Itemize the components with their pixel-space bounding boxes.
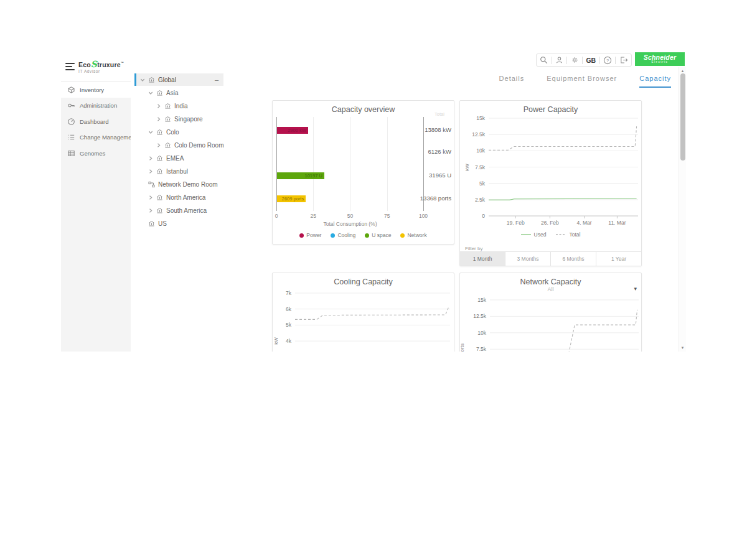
header-iconbar: GB? [536,54,632,67]
logout-icon[interactable] [619,56,628,64]
location-icon [156,129,163,136]
tab-details[interactable]: Details [499,75,525,88]
sidebar-item-genomes[interactable]: Genomes [61,146,131,161]
tree-item-colo[interactable]: Colo [134,126,223,138]
filter-3-months-button[interactable]: 3 Months [505,252,551,266]
svg-text:15k: 15k [477,297,486,303]
collapse-node-button[interactable]: – [215,77,218,83]
chevron-collapsed-icon[interactable] [156,103,164,109]
tree-item-label: Network Demo Room [158,181,218,188]
brand-s-glyph: S [91,59,97,69]
vertical-scrollbar: ▲ ▼ [679,67,686,352]
hamburger-menu-icon[interactable] [65,63,75,70]
chevron-collapsed-icon[interactable] [148,169,156,174]
legend-item-cooling: Cooling [331,232,355,238]
svg-text:12.5k: 12.5k [472,131,486,138]
svg-text:26. Feb: 26. Feb [541,220,559,226]
sidebar: EcoStruxure™ IT Advisor InventoryAdminis… [61,52,131,352]
tree-item-label: EMEA [166,155,184,162]
help-icon[interactable]: ? [603,56,612,65]
tree-item-colo-demo-room[interactable]: Colo Demo Room [134,139,223,151]
location-icon [156,207,163,214]
network-filter-dropdown[interactable]: All ▾ [460,286,641,292]
sidebar-item-administration[interactable]: Administration [61,98,131,113]
location-icon [156,155,163,162]
tab-capacity[interactable]: Capacity [639,75,671,88]
tree-item-asia[interactable]: Asia [134,86,223,99]
svg-text:0: 0 [482,213,485,219]
scroll-up-arrow[interactable]: ▲ [679,68,686,73]
filter-1-month-button[interactable]: 1 Month [460,252,505,266]
legend-dot [365,233,369,238]
brand-truxure: truxure [97,61,121,68]
filter-6-months-button[interactable]: 6 Months [551,252,596,266]
sidebar-item-change-management[interactable]: Change Management [61,129,131,145]
change-management-icon [67,133,75,141]
svg-text:10k: 10k [477,330,486,336]
svg-text:4k: 4k [286,338,292,344]
legend-item-u-space: U space [365,232,391,238]
brand-subtitle: IT Advisor [78,69,124,73]
tree-item-label: US [158,220,167,227]
svg-text:5k: 5k [286,322,292,328]
location-icon [156,194,163,201]
bar-x-tick-label: 50 [347,213,353,219]
location-icon [164,103,171,110]
locale-selector[interactable]: GB [586,57,596,64]
tree-item-singapore[interactable]: Singapore [134,113,223,125]
tab-equipment-browser[interactable]: Equipment Browser [547,75,617,88]
iconbar-divider [566,57,567,64]
chevron-down-icon[interactable]: ▾ [634,286,637,292]
sidebar-item-label: Inventory [80,86,104,93]
capacity-overview-card: Capacity overview Total 2900 kW10197 U26… [272,100,454,245]
filter-1-year-button[interactable]: 1 Year [596,252,641,266]
sidebar-item-inventory[interactable]: Inventory [61,82,131,98]
tree-item-network-demo-room[interactable]: Network Demo Room [134,178,223,190]
line-legend: UsedTotal [460,231,641,238]
iconbar-divider [582,57,583,64]
chevron-collapsed-icon[interactable] [148,208,156,213]
sidebar-item-dashboard[interactable]: Dashboard [61,114,131,129]
legend-label: Network [407,232,426,238]
profile-icon[interactable] [555,56,563,64]
app-window: EcoStruxure™ IT Advisor InventoryAdminis… [61,52,686,352]
tree-item-north-america[interactable]: North America [134,191,223,203]
dashboard-icon [67,118,75,126]
chart-title-network-capacity: Network Capacity [460,278,641,286]
tree-item-us[interactable]: US [134,217,223,230]
scrollbar-thumb[interactable] [680,73,685,161]
sidebar-item-label: Administration [80,102,117,109]
bar-u-space: 10197 U [277,172,324,179]
tree-item-global[interactable]: Global– [134,73,223,86]
chevron-collapsed-icon[interactable] [156,116,164,122]
chevron-expanded-icon[interactable] [148,90,154,98]
tree-item-istanbul[interactable]: Istanbul [134,165,223,177]
tree-item-south-america[interactable]: South America [134,204,223,217]
svg-text:ports: ports [460,343,465,352]
legend-dot [400,233,405,238]
tree-item-label: Global [158,77,176,83]
chevron-expanded-icon[interactable] [140,77,146,85]
chevron-collapsed-icon[interactable] [156,142,164,148]
scroll-down-arrow[interactable]: ▼ [679,345,686,350]
bar-network: 2609 ports [277,195,306,202]
tree-item-india[interactable]: India [134,100,223,112]
bar-value-label: 10197 U [304,173,322,179]
network-room-icon [148,181,155,188]
tree-item-label: Asia [166,90,178,96]
chart-title-capacity-overview: Capacity overview [273,105,454,114]
chevron-collapsed-icon[interactable] [148,156,156,161]
search-icon[interactable] [540,56,548,64]
settings-icon[interactable] [571,56,579,64]
bar-x-ticks: 0255075100 [276,213,424,219]
tree-item-emea[interactable]: EMEA [134,152,223,164]
iconbar-divider [552,57,552,64]
schneider-electric-logo: Schneider Electric [635,52,685,66]
chevron-expanded-icon[interactable] [148,129,154,138]
network-capacity-card: Network Capacity All ▾ 15k12.5k10k7.5kpo… [459,273,642,352]
bar-value-label: 2900 kW [288,128,306,133]
chevron-collapsed-icon[interactable] [148,195,156,200]
location-icon [148,77,155,83]
legend-label: Used [534,231,547,238]
legend-label: U space [372,232,391,238]
